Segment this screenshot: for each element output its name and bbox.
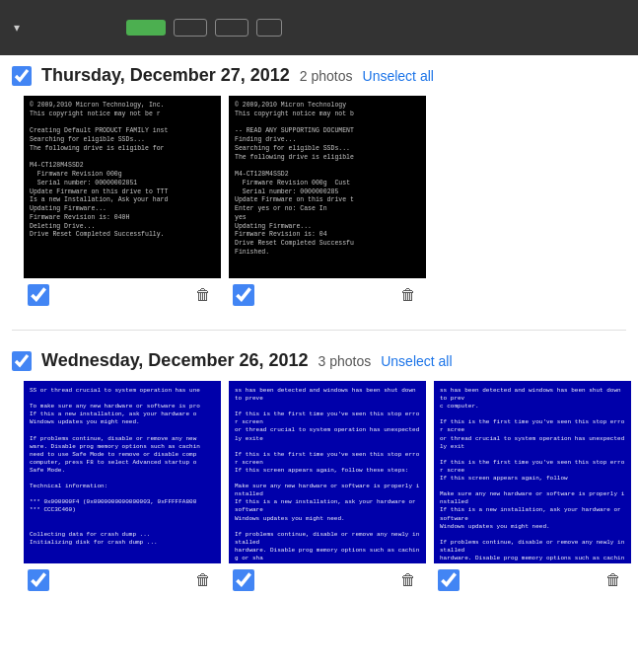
photo-controls: 🗑 (229, 563, 426, 595)
photo-checkbox[interactable] (28, 284, 49, 306)
photo-delete-button[interactable]: 🗑 (189, 569, 217, 591)
section-date: Thursday, December 27, 2012 (41, 65, 290, 86)
photo-delete-button[interactable]: 🗑 (394, 569, 422, 591)
photo-thumbnail[interactable]: ss has been detected and windows has bee… (434, 381, 631, 563)
section-checkbox[interactable] (12, 351, 32, 371)
photo-controls: 🗑 (434, 563, 631, 595)
list-item: ss has been detected and windows has bee… (434, 381, 631, 595)
unselect-all-link[interactable]: Unselect all (381, 353, 452, 369)
chevron-down-icon: ▾ (14, 21, 20, 35)
section-0: Thursday, December 27, 20122 photosUnsel… (0, 55, 638, 326)
list-item: © 2009,2010 Micron Technology This copyr… (229, 96, 426, 310)
delete-button[interactable] (256, 19, 282, 37)
toolbar: ▾ (0, 0, 638, 55)
sections-container: Thursday, December 27, 20122 photosUnsel… (0, 55, 638, 611)
section-divider (12, 330, 626, 331)
list-item: SS or thread crucial to system operation… (24, 381, 221, 595)
photo-grid: SS or thread crucial to system operation… (12, 381, 626, 611)
add-to-album-button[interactable] (174, 19, 207, 37)
photo-delete-button[interactable]: 🗑 (394, 284, 422, 306)
section-count: 2 photos (300, 68, 353, 84)
section-count: 3 photos (318, 353, 371, 369)
list-item: ss has been detected and windows has bee… (229, 381, 426, 595)
photo-thumbnail[interactable]: SS or thread crucial to system operation… (24, 381, 221, 563)
photo-thumbnail[interactable]: ss has been detected and windows has bee… (229, 381, 426, 563)
photo-content: © 2009,2010 Micron Technology This copyr… (229, 96, 426, 278)
photo-content: SS or thread crucial to system operation… (24, 381, 221, 563)
section-checkbox[interactable] (12, 66, 32, 86)
section-header: Wednesday, December 26, 20123 photosUnse… (12, 350, 626, 371)
section-date: Wednesday, December 26, 2012 (41, 350, 308, 371)
photo-checkbox[interactable] (28, 569, 49, 591)
photo-checkbox[interactable] (233, 569, 254, 591)
photo-delete-button[interactable]: 🗑 (189, 284, 217, 306)
photo-controls: 🗑 (24, 563, 221, 595)
section-1: Wednesday, December 26, 20123 photosUnse… (0, 340, 638, 611)
photo-delete-button[interactable]: 🗑 (600, 569, 627, 591)
photo-content: ss has been detected and windows has bee… (229, 381, 426, 563)
photo-thumbnail[interactable]: © 2009,2010 Micron Technology, Inc. This… (24, 96, 221, 278)
photo-content: ss has been detected and windows has bee… (434, 381, 631, 563)
section-header: Thursday, December 27, 20122 photosUnsel… (12, 65, 626, 86)
photo-grid: © 2009,2010 Micron Technology, Inc. This… (12, 96, 626, 326)
download-button[interactable] (215, 19, 248, 37)
unselect-all-link[interactable]: Unselect all (363, 68, 434, 84)
photo-checkbox[interactable] (233, 284, 254, 306)
photo-controls: 🗑 (229, 278, 426, 310)
photo-checkbox[interactable] (438, 569, 460, 591)
selected-count: ▾ (10, 21, 118, 35)
photo-controls: 🗑 (24, 278, 221, 310)
list-item: © 2009,2010 Micron Technology, Inc. This… (24, 96, 221, 310)
share-button[interactable] (126, 20, 166, 36)
photo-content: © 2009,2010 Micron Technology, Inc. This… (24, 96, 221, 278)
photo-thumbnail[interactable]: © 2009,2010 Micron Technology This copyr… (229, 96, 426, 278)
